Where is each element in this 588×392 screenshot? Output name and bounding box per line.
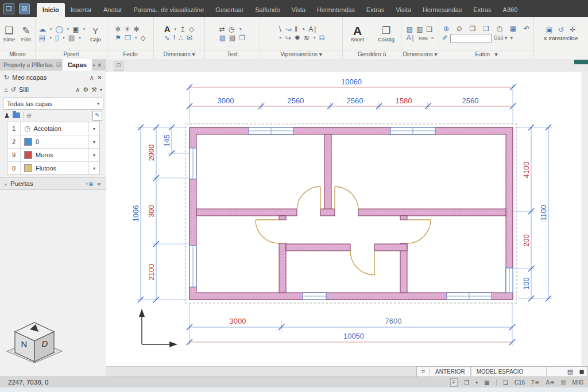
a-star-toggle[interactable]: A✳ — [546, 379, 555, 386]
monitor-toggle-icon[interactable]: ▦ — [484, 379, 489, 386]
snoet-button[interactable]: A Snoet — [347, 25, 368, 42]
caret-icon[interactable]: ▾ — [494, 51, 497, 57]
caret-icon[interactable]: ▾ — [50, 27, 52, 32]
line-icon[interactable]: ∖ — [277, 26, 282, 33]
m110-toggle[interactable]: MII0 — [572, 379, 583, 386]
group-label-pprert[interactable]: Pprert — [36, 50, 107, 59]
group-label-dimensions2[interactable]: Dimensions ▾ — [401, 50, 439, 59]
folder-icon[interactable]: ❒ — [125, 34, 131, 41]
tab-insertar[interactable]: Insertar — [65, 3, 98, 17]
caret-icon[interactable]: ▾ — [135, 36, 137, 40]
tab-a360[interactable]: A360 — [497, 3, 524, 17]
layer-row[interactable]: 1 ◷Accotaion ▾ — [7, 122, 99, 135]
workspace-icon[interactable]: ☒ — [19, 3, 30, 14]
layer-row-caret[interactable]: ▾ — [88, 122, 99, 135]
history-icon[interactable]: ◷ — [497, 25, 502, 32]
rectangle-icon[interactable]: ▣ — [72, 26, 79, 33]
copy-icon[interactable]: ❒ — [483, 25, 489, 32]
caret-icon[interactable]: ▾ — [79, 36, 81, 40]
photo-icon[interactable]: ▥ — [416, 26, 423, 33]
tab-model-espacio[interactable]: MODEL ESPACIO — [471, 367, 547, 377]
tab-vista[interactable]: Vista — [286, 3, 311, 17]
app-menu-icon[interactable]: ❐ — [3, 3, 14, 14]
gear-icon[interactable]: ⚙ — [83, 86, 88, 94]
expand-icon[interactable]: ⊡ — [114, 61, 123, 71]
layer-row-caret[interactable]: ▾ — [88, 135, 99, 148]
pages-icon[interactable]: ❐ — [470, 25, 476, 32]
tab-anterior[interactable]: ANTERIOR — [430, 367, 471, 377]
sheet-icon[interactable]: ▤ — [564, 368, 576, 375]
group-label-mboro[interactable]: Mboro — [0, 50, 35, 59]
mail-icon[interactable]: ✉ — [187, 34, 192, 41]
tab-extras-2[interactable]: Extras — [467, 3, 497, 17]
polyline-icon[interactable]: ∿ — [164, 34, 170, 41]
measure-icon[interactable]: A∣ — [308, 26, 316, 33]
tab-herramientas-2[interactable]: Hermesandas — [417, 3, 467, 17]
layout-grid-icon[interactable]: ⌗ — [417, 368, 430, 375]
swap-icon[interactable]: ⇄ — [219, 26, 225, 33]
zoom-out-icon[interactable]: ⊖ — [457, 25, 462, 32]
snap-icon[interactable]: ✳ — [124, 26, 130, 33]
checkbox-icon[interactable]: ☑ — [56, 62, 61, 68]
tab-parametrica[interactable]: Parama.. de visualiszóne — [127, 3, 210, 17]
tab-salida[interactable]: Salfundo — [249, 3, 285, 17]
layer-row-caret[interactable]: ▾ — [88, 162, 99, 174]
dark-box-icon[interactable]: ◼ — [576, 368, 587, 375]
add-layer-icon[interactable]: +≣ — [85, 181, 93, 187]
coiattg-button[interactable]: ❐ Coiattg — [376, 25, 397, 42]
close-palette-icon[interactable]: ✕ — [97, 62, 102, 68]
vertical-scrollbar[interactable] — [582, 72, 588, 366]
revcloud-icon[interactable]: ☁ — [39, 26, 46, 33]
tab-visita[interactable]: Visita — [390, 3, 417, 17]
f-key-toggle[interactable]: F — [450, 378, 458, 387]
dot-icon[interactable]: ▪ — [93, 62, 95, 68]
pie-icon[interactable]: ◔ — [277, 34, 281, 41]
hatch2-icon[interactable]: ▧ — [229, 34, 235, 41]
eatcn-input[interactable] — [450, 34, 492, 42]
caret-icon[interactable]: ▾ — [314, 36, 316, 40]
layer-row[interactable]: 9 Muros ▾ — [7, 149, 99, 162]
leader-icon[interactable]: ↥ — [180, 26, 185, 33]
collapse-icon[interactable]: ∧ — [90, 74, 94, 81]
refresh-icon[interactable]: ↻ — [4, 74, 9, 81]
asterisk-icon[interactable]: ✻ — [133, 26, 139, 33]
caret-down-icon[interactable]: ▾ — [475, 380, 478, 385]
layer-filter-dropdown[interactable]: Todas las capas ▾ — [3, 98, 103, 110]
tab-inicio[interactable]: Inicio — [37, 3, 65, 17]
caret-icon[interactable]: ▾ — [319, 51, 322, 57]
cajo-button[interactable]: Y Cajo — [87, 25, 103, 42]
undo-icon[interactable]: ↶ — [524, 25, 529, 32]
filter-icon[interactable]: ≂ — [97, 181, 102, 187]
viewport-icon[interactable]: ▯ — [55, 34, 59, 41]
burst-icon[interactable]: ✹ — [295, 34, 300, 41]
edit-layer-icon[interactable]: ✎ — [92, 111, 102, 121]
person-icon[interactable]: ♟ — [4, 112, 10, 119]
tab-gestionar[interactable]: Gesertuar — [210, 3, 249, 17]
clock-icon[interactable]: ◷ — [229, 26, 234, 33]
new-doc-icon[interactable]: ❏ — [503, 379, 508, 386]
tab-herramientas-1[interactable]: Hermntendas — [311, 3, 361, 17]
tree-icon[interactable]: ✲ — [115, 26, 121, 33]
image-pen-icon[interactable]: ▧ — [407, 26, 413, 33]
close-section-icon[interactable]: ✕ — [97, 74, 102, 81]
puertas-section-header[interactable]: ▴ Puertas +≣ ≂ — [0, 177, 106, 190]
eatcn-combo[interactable]: Ûàô ▾ — [494, 35, 508, 41]
flag-icon[interactable]: ⚑ — [115, 34, 121, 41]
group-label-dimension[interactable]: Dimension ▾ — [154, 50, 204, 59]
circle-cross-icon[interactable]: ◔ — [301, 26, 305, 33]
caret-icon[interactable]: ▾ — [49, 36, 52, 40]
group-label-eatcn[interactable]: Eatcn ▾ — [439, 50, 533, 59]
sime-button[interactable]: ❏ Sime — [2, 25, 17, 42]
boxed-pen-icon[interactable]: ▣ — [546, 26, 552, 33]
layers-icon[interactable]: ▤ — [39, 34, 45, 41]
monitor-icon[interactable]: ▦ — [510, 25, 516, 32]
caret-icon[interactable]: ▾ — [63, 36, 65, 40]
ellipse-icon[interactable]: ◯ — [55, 26, 63, 33]
spline-icon[interactable]: ↝ — [285, 26, 291, 33]
caret-down-icon[interactable]: ▾ — [100, 87, 102, 92]
gauge-icon[interactable]: ‖ — [295, 26, 297, 33]
layer-row[interactable]: 0 Flutoos ▾ — [7, 162, 99, 174]
group-label-genddiro[interactable]: Genddiro ù — [343, 50, 401, 59]
t-star-toggle[interactable]: T✳ — [531, 379, 540, 386]
boxminus-icon[interactable]: ⊟ — [319, 34, 324, 41]
